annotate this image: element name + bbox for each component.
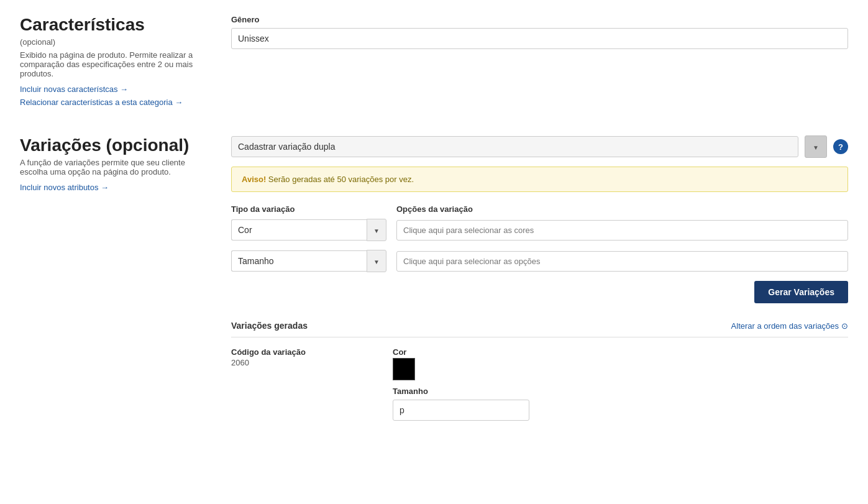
incluir-novas-caracteristicas-link[interactable]: Incluir novas característcas → (20, 85, 206, 94)
gerar-btn-wrap: Gerar Variações (231, 281, 848, 303)
tamanho-input[interactable] (393, 400, 529, 421)
opcoes-variacao-label: Opções da variação (396, 204, 848, 214)
variacao-dupla-wrap: Cadastrar variação dupla ? (231, 135, 848, 158)
caracteristicas-desc: Exibido na página de produto. Permite re… (20, 50, 206, 78)
variation-card-left: Código da variação 2060 (231, 347, 368, 367)
tipo-cor-wrap: Cor (231, 219, 386, 241)
variacoes-left: Variações (opcional) A função de variaçõ… (20, 135, 206, 421)
variacoes-title: Variações (opcional) (20, 135, 206, 155)
codigo-variacao-label: Código da variação (231, 347, 368, 357)
cor-label: Cor (393, 347, 848, 357)
gerar-variacoes-button[interactable]: Gerar Variações (754, 281, 848, 303)
genero-label: Gênero (231, 15, 848, 24)
generated-header: Variações geradas Alterar a ordem das va… (231, 321, 848, 337)
opcoes-cor-input[interactable] (396, 220, 848, 241)
opcoes-tamanho-input[interactable] (396, 251, 848, 272)
tipo-tamanho-wrap: Tamanho (231, 250, 386, 272)
chevron-down-icon (813, 142, 819, 152)
chevron-down-icon-cor (373, 225, 380, 235)
incluir-novos-atributos-link[interactable]: Incluir novos atributos → (20, 183, 206, 192)
help-icon[interactable]: ? (833, 139, 848, 154)
tipo-cor-select[interactable]: Cor (231, 219, 367, 241)
chevron-down-icon-tamanho (373, 256, 380, 266)
warning-bold: Aviso! (242, 175, 266, 184)
variacoes-right: Cadastrar variação dupla ? Aviso! Serão … (231, 135, 848, 421)
warning-box: Aviso! Serão geradas até 50 variações po… (231, 167, 848, 192)
caracteristicas-section: Características (opcional) Exibido na pá… (20, 15, 848, 111)
variacao-dupla-select[interactable]: Cadastrar variação dupla (231, 136, 798, 157)
variation-row-cor: Cor (231, 219, 848, 241)
relacionar-caracteristicas-link[interactable]: Relacionar características a esta catego… (20, 98, 206, 107)
tamanho-label: Tamanho (393, 387, 848, 396)
generated-title: Variações geradas (231, 321, 308, 331)
caracteristicas-subtitle: (opcional) (20, 37, 206, 47)
variacao-dupla-arrow-btn[interactable] (805, 135, 827, 158)
codigo-variacao-value: 2060 (231, 358, 368, 367)
variacoes-desc: A função de variações permite que seu cl… (20, 158, 206, 176)
variation-card-right: Cor Tamanho (393, 347, 848, 421)
color-swatch-black[interactable] (393, 358, 415, 380)
variacoes-section: Variações (opcional) A função de variaçõ… (20, 135, 848, 421)
variation-labels-row: Tipo da variação Opções da variação (231, 204, 848, 214)
caracteristicas-left: Características (opcional) Exibido na pá… (20, 15, 206, 111)
genero-input[interactable] (231, 28, 848, 49)
variation-card: Código da variação 2060 Cor Tamanho (231, 347, 848, 421)
warning-text: Serão geradas até 50 variações por vez. (266, 175, 414, 184)
alterar-ordem-link[interactable]: Alterar a ordem das variações (731, 321, 848, 331)
variation-row-tamanho: Tamanho (231, 250, 848, 272)
caracteristicas-right: Gênero (231, 15, 848, 111)
tipo-cor-arrow[interactable] (367, 219, 386, 241)
tipo-tamanho-select[interactable]: Tamanho (231, 250, 367, 272)
circle-check-icon (841, 321, 848, 331)
alterar-ordem-text: Alterar a ordem das variações (731, 321, 839, 331)
tipo-tamanho-arrow[interactable] (367, 250, 386, 272)
caracteristicas-title: Características (20, 15, 206, 35)
tipo-variacao-label: Tipo da variação (231, 204, 386, 214)
